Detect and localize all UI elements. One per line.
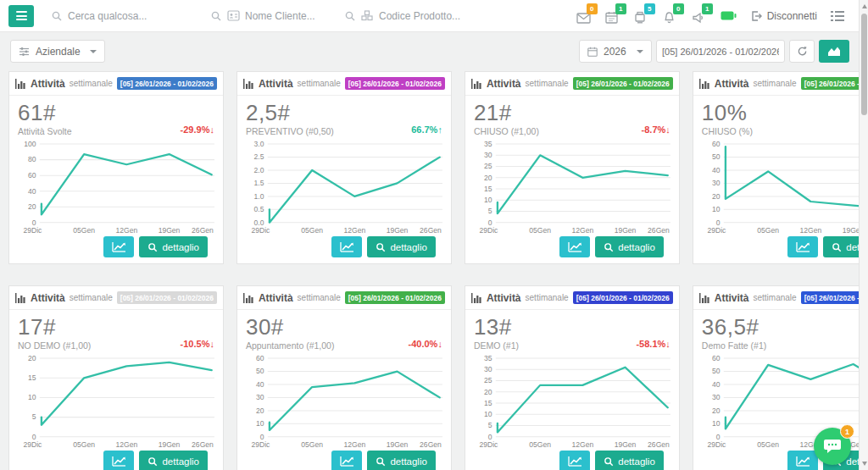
kpi-value: 30#	[246, 316, 335, 339]
chart-type-button[interactable]	[331, 451, 362, 470]
global-search-input[interactable]	[68, 10, 178, 22]
svg-text:05Gen: 05Gen	[529, 440, 551, 449]
svg-text:05Gen: 05Gen	[73, 440, 95, 449]
logout-button[interactable]: Disconnetti	[750, 10, 817, 22]
announcement-badge: 1	[702, 3, 713, 14]
svg-text:10: 10	[712, 420, 721, 429]
svg-text:20: 20	[256, 406, 264, 415]
refresh-button[interactable]	[789, 40, 815, 63]
trend-arrow-icon: ↓	[437, 339, 442, 349]
detail-button-label: dettaglio	[618, 456, 654, 467]
kpi-value: 61#	[18, 102, 72, 124]
bar-chart-icon	[471, 293, 482, 303]
date-range-input[interactable]	[656, 40, 785, 63]
detail-button[interactable]: dettaglio	[367, 236, 435, 257]
calendar-icon[interactable]: 1	[605, 8, 620, 24]
chart-type-button[interactable]	[559, 451, 590, 470]
svg-text:60: 60	[712, 354, 721, 362]
svg-text:12Gen: 12Gen	[115, 440, 137, 449]
chart-type-button[interactable]	[787, 451, 818, 470]
logout-label: Disconnetti	[767, 10, 817, 22]
activity-card: Attività settimanale [05] 26/01/2026 - 0…	[8, 71, 224, 264]
svg-text:05Gen: 05Gen	[757, 226, 779, 235]
svg-text:0: 0	[260, 433, 264, 441]
chart-type-button[interactable]	[787, 236, 818, 257]
bar-chart-icon	[243, 79, 254, 89]
sliders-icon	[19, 47, 30, 57]
svg-text:20: 20	[484, 388, 492, 396]
scroll-up-arrow-icon[interactable]	[862, 4, 867, 8]
client-search-input[interactable]	[245, 10, 326, 22]
global-search	[51, 10, 178, 22]
svg-text:1.5: 1.5	[253, 180, 264, 188]
svg-text:0: 0	[32, 433, 36, 441]
scrollbar-thumb[interactable]	[861, 14, 867, 115]
svg-text:2.0: 2.0	[253, 166, 264, 174]
bell-icon[interactable]: 0	[663, 8, 678, 24]
mail-icon[interactable]: 0	[576, 8, 592, 24]
svg-text:50: 50	[256, 368, 264, 376]
svg-text:05Gen: 05Gen	[73, 226, 95, 235]
svg-text:35: 35	[484, 140, 492, 148]
kpi-row: 61# Attività Svolte -29.9%↓	[18, 102, 214, 136]
card-subtitle: settimanale	[70, 79, 113, 88]
chart-view-button[interactable]	[819, 40, 849, 63]
card-header: Attività settimanale [05] 26/01/2026 - 0…	[465, 72, 679, 96]
svg-text:25: 25	[484, 163, 492, 171]
product-search-input[interactable]	[379, 10, 472, 22]
bar-chart-icon	[15, 293, 26, 303]
scrollbar[interactable]	[859, 0, 868, 470]
chart-type-button[interactable]	[331, 236, 362, 257]
svg-text:35: 35	[484, 354, 492, 362]
weekly-line-chart: 010203040506029Dic05Gen12Gen19Gen26Gen	[702, 139, 868, 235]
trend-arrow-icon: ↓	[209, 124, 214, 135]
activity-card: Attività settimanale [05] 26/01/2026 - 0…	[236, 71, 452, 264]
svg-text:10: 10	[484, 411, 492, 419]
kpi-delta-value: -40.0%	[409, 339, 438, 349]
chart-type-button[interactable]	[103, 451, 134, 470]
refresh-icon	[797, 46, 808, 57]
svg-text:100: 100	[24, 140, 36, 148]
year-select[interactable]: 2026	[579, 40, 652, 63]
device-icon[interactable]: 5	[634, 8, 649, 24]
menu-toggle-button[interactable]	[8, 5, 34, 27]
kpi-label: CHIUSO (%)	[702, 126, 753, 136]
svg-text:5: 5	[488, 207, 492, 216]
announcement-icon[interactable]: 1	[692, 8, 707, 24]
kpi-value: 36,5#	[702, 316, 766, 339]
filter-bar: Aziendale 2026	[0, 32, 868, 69]
weekly-line-chart: 0510152025303529Dic05Gen12Gen19Gen26Gen	[474, 353, 670, 450]
card-subtitle: settimanale	[70, 293, 113, 302]
chart-type-button[interactable]	[559, 236, 590, 257]
detail-button[interactable]: dettaglio	[139, 236, 207, 257]
detail-button[interactable]: dettaglio	[367, 451, 435, 470]
svg-text:60: 60	[28, 172, 36, 180]
svg-text:10: 10	[28, 394, 36, 402]
card-actions: dettaglio	[474, 235, 670, 265]
svg-text:50: 50	[712, 153, 721, 162]
kpi-value: 13#	[474, 316, 519, 339]
svg-text:05Gen: 05Gen	[757, 440, 779, 449]
chart-type-button[interactable]	[103, 236, 134, 257]
scroll-down-arrow-icon[interactable]	[862, 462, 867, 466]
detail-button[interactable]: dettaglio	[595, 236, 663, 257]
detail-button-label: dettaglio	[618, 242, 654, 252]
svg-text:0: 0	[716, 433, 721, 441]
svg-text:0.0: 0.0	[253, 218, 264, 227]
card-body: 30# Appuntamento (#1,00) -40.0%↓ 0102030…	[237, 310, 451, 470]
kpi-row: 17# NO DEMO (#1,00) -10.5%↓	[18, 316, 214, 351]
card-body: 61# Attività Svolte -29.9%↓ 020406080100…	[9, 96, 223, 265]
svg-text:19Gen: 19Gen	[615, 226, 637, 235]
svg-text:0: 0	[716, 218, 721, 227]
svg-text:30: 30	[484, 152, 492, 160]
detail-button[interactable]: dettaglio	[595, 451, 663, 470]
svg-text:29Dic: 29Dic	[23, 440, 42, 449]
svg-text:1.0: 1.0	[253, 192, 264, 201]
chat-button[interactable]: 1	[814, 428, 851, 465]
kpi-delta-value: 66.7%	[411, 124, 437, 135]
list-menu-icon[interactable]	[831, 11, 844, 21]
svg-text:30: 30	[712, 180, 721, 188]
card-subtitle: settimanale	[298, 293, 341, 302]
scope-select[interactable]: Aziendale	[10, 40, 105, 63]
detail-button[interactable]: dettaglio	[139, 451, 207, 470]
